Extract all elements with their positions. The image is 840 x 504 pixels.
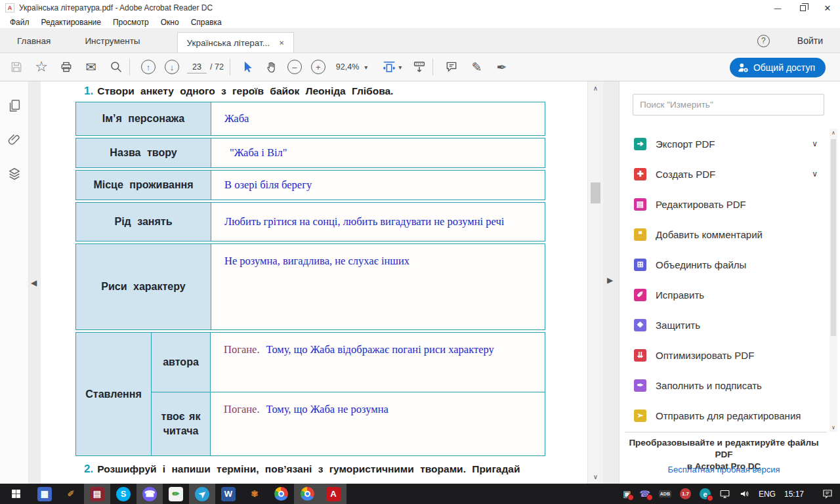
e-app-tray-icon[interactable]: e <box>700 488 711 499</box>
action-center-icon[interactable] <box>822 488 833 500</box>
email-icon[interactable]: ✉ <box>84 60 98 74</box>
notes-app-icon: ✏ <box>169 487 183 501</box>
help-icon[interactable]: ? <box>757 35 770 47</box>
free-trial-link[interactable]: Бесплатная пробная версия <box>620 465 828 474</box>
tool-add-comment[interactable]: ❝ Добавить комментарий <box>626 219 822 249</box>
layers-icon[interactable] <box>7 167 22 184</box>
sign-icon[interactable]: ✒ <box>494 60 509 74</box>
search-icon[interactable] <box>109 60 123 74</box>
book-app-icon: ▤ <box>90 487 104 501</box>
zoom-level-dropdown[interactable]: 92,4% ▾ <box>333 62 370 72</box>
monitor-widget-icon[interactable]: 1.7 <box>680 488 691 499</box>
language-indicator[interactable]: ENG <box>759 490 776 499</box>
scroll-up-icon[interactable]: ∧ <box>830 130 837 136</box>
taskbar-chrome-profile[interactable] <box>294 484 320 504</box>
sign-in-button[interactable]: Войти <box>797 35 823 46</box>
tab-document-label: Українська літерат... <box>187 38 270 48</box>
tool-protect[interactable]: ❖ Защитить <box>626 310 822 340</box>
page-thumbnails-icon[interactable] <box>7 98 22 116</box>
task-2: 2.Розшифруй і напиши терміни, пов’язані … <box>75 463 548 476</box>
next-page-arrow[interactable]: ▶ <box>607 276 613 285</box>
tool-send-for-editing[interactable]: ➢ Отправить для редактирования <box>626 400 822 430</box>
taskbar-viber[interactable]: ☎ <box>136 484 163 504</box>
previous-page-icon[interactable]: ↑ <box>141 60 156 74</box>
taskbar-notes-app[interactable]: ✏ <box>163 484 189 504</box>
photos-tray-icon[interactable]: ▣ <box>623 489 631 499</box>
row-value: Не розумна, вигадлива, не слухає інших <box>211 244 545 329</box>
taskbar-chrome[interactable] <box>268 484 294 504</box>
menu-help[interactable]: Справка <box>185 18 228 27</box>
combine-files-icon: ⊞ <box>634 259 646 271</box>
taskbar-skype[interactable]: S <box>110 484 136 504</box>
chevron-down-icon[interactable]: ∨ <box>812 169 818 178</box>
scrollbar-thumb[interactable] <box>831 139 836 336</box>
zoom-in-icon[interactable]: + <box>311 60 326 74</box>
hand-tool-icon[interactable] <box>264 60 278 74</box>
windows-taskbar: ▦ ✐ ▤ S ☎ ✏ ➤ W ✾ A ▣ ☎ ADB 1.7 e ENG 15… <box>0 484 840 504</box>
menu-view[interactable]: Просмотр <box>107 18 155 27</box>
scrollbar-thumb[interactable] <box>591 182 600 203</box>
previous-page-arrow[interactable]: ◀ <box>31 278 37 287</box>
minimize-button[interactable]: — <box>765 0 790 16</box>
tools-search-input[interactable] <box>633 94 824 116</box>
subrow-label: твоє як читача <box>152 392 211 455</box>
share-button[interactable]: Общий доступ <box>730 58 826 77</box>
zoom-out-icon[interactable]: – <box>287 60 302 74</box>
adb-tray-icon[interactable]: ADB <box>659 490 671 497</box>
pen-app-icon: ✐ <box>64 487 78 501</box>
scroll-down-icon[interactable]: ∨ <box>830 425 837 430</box>
highlighter-icon[interactable]: ✎ <box>469 60 484 74</box>
viber-tray-icon[interactable]: ☎ <box>640 489 650 499</box>
tool-fill-sign[interactable]: ✒ Заполнить и подписать <box>626 370 822 400</box>
tool-export-pdf[interactable]: ➔ Экспорт PDF ∨ <box>626 129 822 159</box>
tab-document[interactable]: Українська літерат... ✕ <box>177 32 295 52</box>
save-icon[interactable] <box>9 60 24 74</box>
start-button[interactable] <box>0 484 32 504</box>
panel-scrollbar[interactable]: ∧ ∨ <box>830 129 837 432</box>
row-value: "Жаба і Віл" <box>211 138 545 167</box>
network-icon[interactable] <box>719 488 730 499</box>
tool-fix[interactable]: ✐ Исправить <box>626 280 822 310</box>
close-tab-icon[interactable]: ✕ <box>279 39 284 47</box>
volume-icon[interactable] <box>739 488 750 499</box>
document-scrollbar[interactable]: ∧ ∨ <box>587 81 603 484</box>
fit-width-icon[interactable] <box>382 60 396 74</box>
scroll-down-icon[interactable]: ∨ <box>588 473 603 480</box>
value-highlight: Погане. <box>224 343 260 356</box>
taskbar-word[interactable]: W <box>215 484 242 504</box>
select-tool-icon[interactable] <box>240 60 255 74</box>
tool-optimize-pdf[interactable]: ⇊ Оптимизировать PDF <box>626 340 822 370</box>
tool-create-pdf[interactable]: ✚ Создать PDF ∨ <box>626 159 822 189</box>
taskbar-book-app[interactable]: ▤ <box>84 484 110 504</box>
toolbar-separator <box>129 58 130 75</box>
taskbar-pen-app[interactable]: ✐ <box>58 484 84 504</box>
print-icon[interactable] <box>59 60 74 74</box>
subrow-label: автора <box>152 333 211 392</box>
taskbar-telegram[interactable]: ➤ <box>189 484 215 504</box>
tool-edit-pdf[interactable]: ▤ Редактировать PDF <box>626 189 822 219</box>
taskbar-calculator[interactable]: ▦ <box>32 484 58 504</box>
comment-icon[interactable] <box>444 60 459 74</box>
tab-home[interactable]: Главная <box>0 29 68 52</box>
attitude-subrow-reader: твоє як читача Погане.Тому, що Жаба не р… <box>152 392 545 455</box>
page-scrolling-icon[interactable] <box>412 60 427 74</box>
menu-edit[interactable]: Редактирование <box>35 18 107 27</box>
table-row: Назва твору "Жаба і Віл" <box>75 138 545 168</box>
clock[interactable]: 15:17 <box>784 490 804 499</box>
tab-tools[interactable]: Инструменты <box>68 29 157 52</box>
chevron-down-icon[interactable]: ∨ <box>812 139 818 148</box>
attachments-icon[interactable] <box>7 133 22 150</box>
taskbar-paint-app[interactable]: ✾ <box>242 484 268 504</box>
scroll-up-icon[interactable]: ∧ <box>588 85 603 92</box>
next-page-icon[interactable]: ↓ <box>165 60 179 74</box>
menu-file[interactable]: Файл <box>4 18 35 27</box>
taskbar-acrobat[interactable]: A <box>320 484 346 504</box>
page-number-input[interactable] <box>187 60 207 74</box>
star-icon[interactable]: ☆ <box>34 60 49 74</box>
close-button[interactable]: ✕ <box>815 0 840 16</box>
tool-combine-files[interactable]: ⊞ Объединить файлы <box>626 249 822 280</box>
menu-window[interactable]: Окно <box>155 18 185 27</box>
subrow-value: Погане.Тому, що Жаба не розумна <box>211 392 545 455</box>
caret-down-icon[interactable]: ▾ <box>398 64 402 71</box>
restore-button[interactable] <box>790 0 815 16</box>
